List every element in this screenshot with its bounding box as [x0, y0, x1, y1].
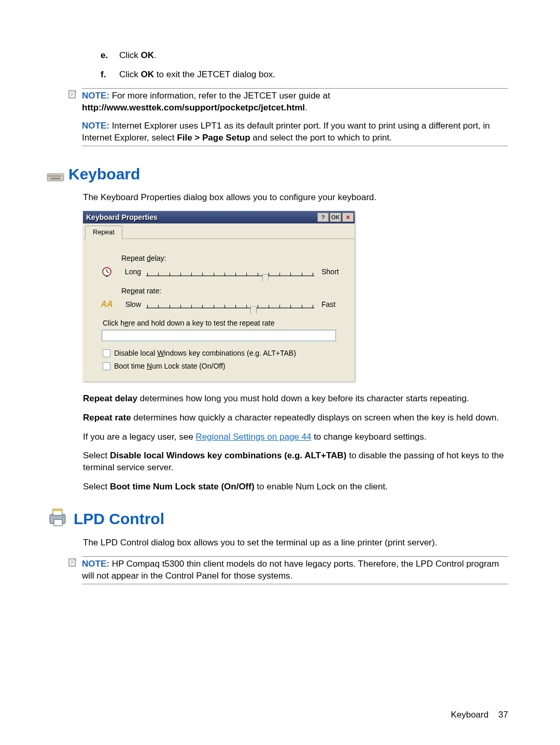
numlock-checkbox-row: Boot time Num Lock state (On/Off): [103, 361, 345, 371]
note-label: NOTE:: [82, 121, 109, 131]
list-item-e: e. Click OK.: [83, 50, 508, 62]
test-label: Click here and hold down a key to test t…: [103, 318, 345, 328]
repeat-rate-label: Repeat rate:: [121, 286, 345, 296]
legacy-para: If you are a legacy user, see Regional S…: [83, 431, 508, 443]
slider-fast-label: Fast: [314, 300, 345, 310]
repeat-rate-desc: Repeat rate determines how quickly a cha…: [83, 412, 508, 424]
dialog-title: Keyboard Properties: [86, 213, 316, 222]
page-footer: Keyboard 37: [451, 709, 508, 721]
svg-rect-12: [53, 509, 62, 511]
list-text: Click OK.: [119, 50, 157, 62]
disable-hotkeys-label: Disable local Windows key combinations (…: [114, 348, 296, 358]
note-block: NOTE: For more information, refer to the…: [67, 88, 508, 146]
repeat-delay-desc: Repeat delay determines how long you mus…: [83, 393, 508, 405]
aa-icon: AA: [101, 299, 113, 310]
note-body: NOTE: For more information, refer to the…: [82, 88, 508, 146]
ok-button[interactable]: OK: [330, 213, 341, 222]
svg-rect-6: [59, 175, 61, 177]
disable-hotkeys-checkbox-row: Disable local Windows key combinations (…: [103, 348, 345, 358]
repeat-delay-label: Repeat delay:: [121, 254, 345, 263]
note-label: NOTE:: [82, 91, 109, 101]
repeat-delay-slider[interactable]: [146, 268, 314, 276]
note-body: NOTE: HP Compaq t5300 thin client models…: [82, 556, 508, 584]
list-item-f: f. Click OK to exit the JETCET dialog bo…: [83, 69, 508, 81]
instruction-list: e. Click OK. f. Click OK to exit the JET…: [83, 50, 508, 81]
regional-settings-link[interactable]: Regional Settings on page 44: [195, 432, 311, 442]
list-text: Click OK to exit the JETCET dialog box.: [119, 69, 275, 81]
footer-section: Keyboard: [451, 710, 488, 720]
disable-desc: Select Disable local Windows key combina…: [83, 450, 508, 474]
lpd-note-block: NOTE: HP Compaq t5300 thin client models…: [67, 556, 508, 584]
svg-rect-7: [51, 178, 60, 179]
repeat-delay-slider-row: Long Short: [92, 266, 345, 278]
tab-repeat[interactable]: Repeat: [85, 226, 122, 239]
disable-hotkeys-checkbox[interactable]: [103, 349, 110, 357]
page-number: 37: [498, 710, 508, 720]
numlock-checkbox[interactable]: [103, 362, 110, 370]
lpd-intro: The LPD Control dialog box allows you to…: [83, 537, 508, 549]
help-button[interactable]: ?: [317, 213, 329, 222]
tab-strip: Repeat: [83, 223, 355, 239]
list-marker: f.: [101, 69, 119, 81]
note-label: NOTE:: [82, 559, 109, 569]
clock-icon: [101, 266, 113, 278]
slider-thumb[interactable]: [250, 306, 257, 318]
repeat-rate-slider[interactable]: [146, 300, 314, 308]
svg-point-14: [63, 516, 64, 517]
boot-desc: Select Boot time Num Lock state (On/Off)…: [83, 481, 508, 493]
svg-rect-1: [47, 174, 64, 181]
list-marker: e.: [101, 50, 119, 62]
slider-long-label: Long: [121, 267, 146, 277]
heading-keyboard: Keyboard: [47, 164, 508, 185]
note-icon: [67, 557, 78, 571]
close-button[interactable]: ×: [342, 213, 354, 222]
slider-slow-label: Slow: [121, 300, 146, 310]
printer-icon: [47, 507, 69, 528]
repeat-rate-slider-row: AA Slow Fast: [92, 299, 345, 310]
slider-thumb[interactable]: [262, 274, 269, 286]
test-input[interactable]: [102, 330, 336, 341]
note-icon: [67, 89, 78, 103]
svg-rect-3: [51, 175, 53, 177]
svg-rect-5: [57, 175, 58, 177]
keyboard-intro: The Keyboard Properties dialog box allow…: [83, 192, 508, 204]
keyboard-icon: [47, 167, 64, 181]
svg-rect-9: [106, 275, 108, 277]
numlock-label: Boot time Num Lock state (On/Off): [114, 361, 226, 371]
svg-rect-4: [54, 175, 55, 177]
svg-rect-13: [54, 519, 62, 526]
keyboard-properties-dialog: Keyboard Properties ? OK × Repeat Repeat…: [83, 211, 355, 382]
document-page: e. Click OK. f. Click OK to exit the JET…: [0, 0, 560, 584]
svg-rect-2: [49, 175, 50, 177]
slider-short-label: Short: [314, 267, 345, 277]
heading-lpd: LPD Control: [47, 509, 508, 530]
dialog-titlebar: Keyboard Properties ? OK ×: [83, 211, 355, 223]
